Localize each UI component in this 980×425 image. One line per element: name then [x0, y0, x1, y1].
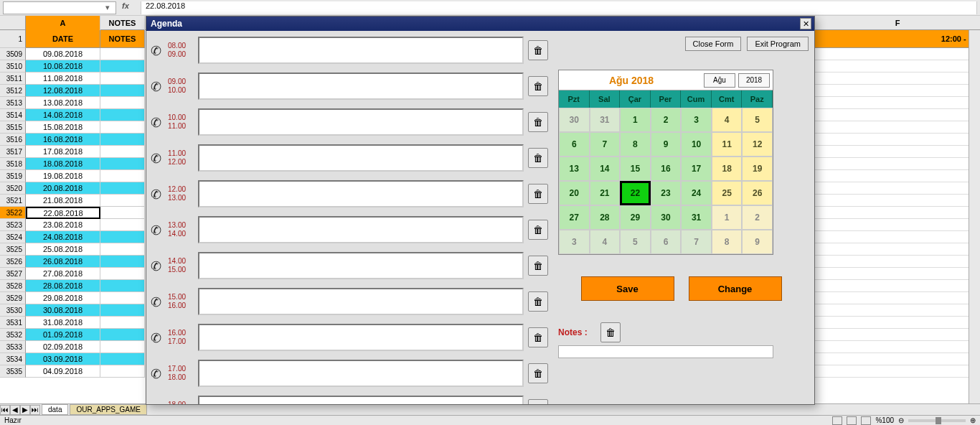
name-box[interactable]: ▾	[3, 1, 116, 14]
cell-date[interactable]: 16.08.2018	[26, 134, 100, 146]
calendar-day-cell[interactable]: 3	[559, 230, 590, 254]
select-all-corner[interactable]	[0, 16, 26, 29]
row-header[interactable]: 3529	[0, 292, 26, 304]
row-header[interactable]: 3523	[0, 219, 26, 231]
cell-notes[interactable]	[100, 304, 145, 317]
vertical-scrollbar[interactable]	[969, 30, 980, 403]
cell[interactable]	[815, 134, 980, 146]
phone-icon[interactable]	[151, 79, 165, 93]
calendar-day-cell[interactable]: 5	[620, 230, 651, 254]
row-header[interactable]: 3532	[0, 329, 26, 341]
view-normal-icon[interactable]	[832, 416, 842, 425]
cell[interactable]	[815, 341, 980, 353]
cell-notes[interactable]	[100, 231, 145, 243]
row-header[interactable]: 3522	[0, 207, 26, 219]
cell[interactable]	[815, 304, 980, 317]
formula-input[interactable]: 22.08.2018	[141, 1, 977, 14]
cell-notes[interactable]	[100, 60, 145, 73]
cell-notes[interactable]	[100, 268, 145, 280]
cell-notes[interactable]	[100, 170, 145, 182]
cell-notes[interactable]	[100, 280, 145, 292]
cell-notes[interactable]	[100, 182, 145, 195]
close-form-button[interactable]: Close Form	[685, 37, 742, 51]
cell-date[interactable]: 15.08.2018	[26, 121, 100, 134]
fx-icon[interactable]: fx	[122, 1, 136, 14]
row-header[interactable]: 3528	[0, 280, 26, 292]
cell[interactable]	[815, 97, 980, 109]
zoom-in-button[interactable]: ⊕	[970, 416, 976, 424]
year-dropdown[interactable]: 2018	[738, 73, 770, 88]
calendar-day-cell[interactable]: 8	[620, 132, 651, 157]
calendar-day-cell[interactable]: 2	[651, 108, 682, 132]
agenda-note-input[interactable]	[198, 180, 524, 207]
calendar-day-cell[interactable]: 29	[620, 205, 651, 230]
cell-date[interactable]: 28.08.2018	[26, 280, 100, 292]
cell-date[interactable]: 19.08.2018	[26, 170, 100, 182]
calendar-day-cell[interactable]: 6	[559, 132, 590, 157]
agenda-note-input[interactable]	[198, 73, 524, 100]
cell-date[interactable]: 20.08.2018	[26, 182, 100, 195]
calendar-day-cell[interactable]: 9	[742, 230, 773, 254]
phone-icon[interactable]	[151, 402, 165, 404]
calendar-day-cell[interactable]: 19	[742, 157, 773, 181]
row-header[interactable]: 3525	[0, 243, 26, 256]
modal-title-bar[interactable]: Agenda	[146, 17, 814, 31]
cell-date[interactable]: 10.08.2018	[26, 60, 100, 73]
calendar-day-cell[interactable]: 1	[712, 205, 743, 230]
phone-icon[interactable]	[151, 294, 165, 309]
cell-date[interactable]: 02.09.2018	[26, 341, 100, 353]
month-dropdown[interactable]: Ağu	[704, 73, 735, 88]
calendar-day-cell[interactable]: 18	[712, 157, 743, 181]
cell[interactable]	[815, 48, 980, 60]
agenda-note-input[interactable]	[198, 360, 524, 387]
calendar-day-cell[interactable]: 25	[712, 181, 743, 205]
calendar-day-cell[interactable]: 23	[651, 181, 682, 205]
tab-nav-prev[interactable]: ◀	[10, 405, 20, 415]
calendar-day-cell[interactable]: 4	[590, 230, 621, 254]
calendar-day-cell[interactable]: 31	[590, 108, 621, 132]
cell-notes[interactable]	[100, 256, 145, 268]
calendar-day-cell[interactable]: 7	[681, 230, 712, 254]
agenda-note-input[interactable]	[198, 37, 524, 64]
calendar-day-cell[interactable]: 20	[559, 181, 590, 205]
row-header[interactable]: 3512	[0, 85, 26, 97]
view-break-icon[interactable]	[861, 416, 871, 425]
calendar-day-cell[interactable]: 7	[590, 132, 621, 157]
cell-notes[interactable]	[100, 317, 145, 329]
cell[interactable]	[815, 60, 980, 73]
agenda-trash-button[interactable]	[528, 112, 548, 132]
calendar-day-cell[interactable]: 1	[620, 108, 651, 132]
cell-date[interactable]: 30.08.2018	[26, 304, 100, 317]
cell-date[interactable]: 17.08.2018	[26, 146, 100, 158]
calendar-day-cell[interactable]: 10	[681, 132, 712, 157]
row-header[interactable]: 3519	[0, 170, 26, 182]
phone-icon[interactable]	[151, 330, 165, 345]
save-button[interactable]: Save	[581, 276, 674, 301]
cell-notes[interactable]	[100, 73, 145, 85]
row-header[interactable]: 3534	[0, 353, 26, 365]
cell-notes[interactable]	[100, 121, 145, 134]
cell-date[interactable]: 11.08.2018	[26, 73, 100, 85]
calendar-day-cell[interactable]: 30	[559, 108, 590, 132]
cell-notes[interactable]	[100, 195, 145, 207]
agenda-trash-button[interactable]	[528, 291, 548, 312]
agenda-trash-button[interactable]	[528, 40, 548, 60]
calendar-day-cell[interactable]: 22	[620, 181, 651, 205]
cell-date[interactable]: 25.08.2018	[26, 243, 100, 256]
agenda-note-input[interactable]	[198, 324, 524, 351]
cell-notes[interactable]	[100, 85, 145, 97]
notes-input[interactable]	[558, 345, 773, 358]
phone-icon[interactable]	[151, 223, 165, 237]
agenda-trash-button[interactable]	[528, 399, 548, 404]
calendar-day-cell[interactable]: 27	[559, 205, 590, 230]
cell-date[interactable]: 18.08.2018	[26, 158, 100, 170]
cell-date[interactable]: 01.09.2018	[26, 329, 100, 341]
phone-icon[interactable]	[151, 115, 165, 129]
calendar-day-cell[interactable]: 3	[681, 108, 712, 132]
phone-icon[interactable]	[151, 187, 165, 201]
calendar-day-cell[interactable]: 31	[681, 205, 712, 230]
agenda-trash-button[interactable]	[528, 148, 548, 168]
row-header[interactable]: 3510	[0, 60, 26, 73]
cell-date[interactable]: 13.08.2018	[26, 97, 100, 109]
agenda-note-input[interactable]	[198, 396, 524, 404]
